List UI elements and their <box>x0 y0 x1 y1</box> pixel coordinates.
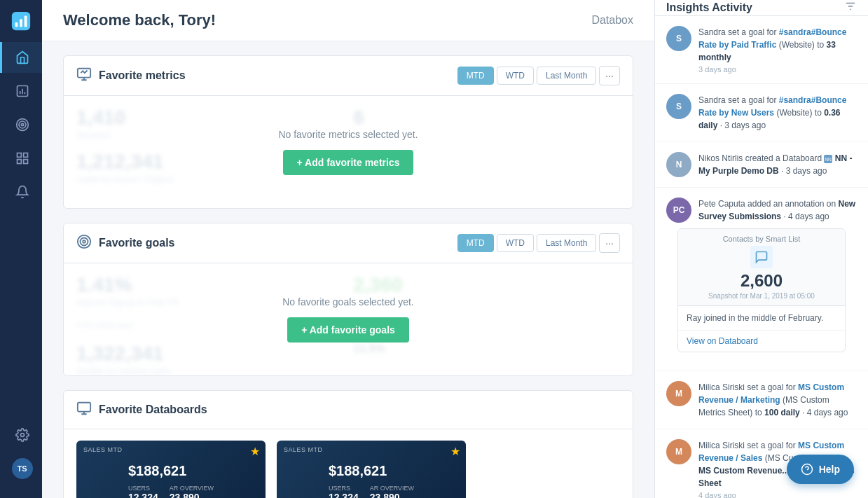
activity-text: Nikos Ntirlis created a Databoard NN NN … <box>698 152 857 177</box>
metrics-empty-state: No favorite metrics selected yet. + Add … <box>64 96 633 208</box>
chart-bar-icon <box>15 84 29 98</box>
annotation-icon <box>750 246 773 268</box>
favorite-goals-section: Favorite goals MTD WTD Last Month ··· 1.… <box>63 223 633 376</box>
svg-rect-12 <box>23 153 27 158</box>
insights-panel-title: Insights Activity <box>666 1 752 14</box>
sidebar-item-dashboard[interactable] <box>0 76 42 106</box>
sidebar-item-alerts[interactable] <box>0 177 42 207</box>
avatar: N <box>666 152 691 177</box>
annotation-metric-name: Contacts by Smart List <box>723 235 801 243</box>
avatar: S <box>666 26 691 51</box>
favorite-databoards-section: Favorite Databoards ★ SALES MTD $188,621… <box>63 390 633 498</box>
annotation-card: Contacts by Smart List 2,600 Snapshot fo… <box>677 228 846 352</box>
goals-section-icon <box>76 234 92 252</box>
sidebar-bottom: TS <box>0 420 42 491</box>
goals-tab-mtd[interactable]: MTD <box>457 234 494 252</box>
target-icon <box>15 118 29 132</box>
home-icon <box>15 50 29 64</box>
insights-panel-header: Insights Activity <box>655 0 868 16</box>
sidebar-item-boards[interactable] <box>0 143 42 174</box>
sidebar-item-goals[interactable] <box>0 109 42 140</box>
goals-empty-text: No favorite goals selected yet. <box>282 296 414 307</box>
svg-rect-14 <box>23 160 27 164</box>
metrics-tab-lastmonth[interactable]: Last Month <box>537 67 596 85</box>
avatar: M <box>666 439 691 464</box>
help-button[interactable]: Help <box>787 455 854 484</box>
goals-time-tabs: MTD WTD Last Month ··· <box>457 233 620 253</box>
goals-empty-state: No favorite goals selected yet. + Add fa… <box>64 263 633 375</box>
user-avatar: TS <box>12 458 33 479</box>
goals-section-body: 1.41%Improve Signup to Paid CR 2,360 0.9… <box>64 263 633 375</box>
svg-rect-11 <box>17 153 21 158</box>
activity-item: S Sandra set a goal for #sandra#Bounce R… <box>655 16 868 84</box>
page-title: Welcome back, Tory! <box>63 11 216 29</box>
databoards-section-header: Favorite Databoards <box>64 391 633 429</box>
activity-item: S Sandra set a goal for #sandra#Bounce R… <box>655 84 868 142</box>
activity-item: M Milica Siriski set a goal for MS Custo… <box>655 371 868 429</box>
grid-icon <box>15 151 29 165</box>
svg-point-10 <box>21 123 23 125</box>
databoards-title-group: Favorite Databoards <box>76 401 207 419</box>
goals-section-header: Favorite goals MTD WTD Last Month ··· <box>64 223 633 263</box>
add-metrics-button[interactable]: + Add favorite metrics <box>283 150 414 175</box>
metrics-tab-wtd[interactable]: WTD <box>497 67 534 85</box>
sidebar-item-home[interactable] <box>0 42 42 73</box>
activity-item: N Nikos Ntirlis created a Databoard NN N… <box>655 142 868 188</box>
metrics-section-body: 1,410Sessions 6 1,212,341Leads by source… <box>64 96 633 208</box>
goals-more-btn[interactable]: ··· <box>599 233 620 253</box>
svg-point-15 <box>20 434 24 437</box>
activity-time: 4 days ago <box>698 491 857 498</box>
sidebar-nav <box>0 42 42 420</box>
metrics-title-group: Favorite metrics <box>76 67 186 85</box>
view-on-databoard-link[interactable]: View on Databoard <box>678 330 845 352</box>
goals-section-title: Favorite goals <box>99 237 174 249</box>
sidebar: TS <box>0 0 42 498</box>
avatar: M <box>666 381 691 406</box>
filter-icon[interactable] <box>844 0 857 15</box>
annotation-header: Contacts by Smart List 2,600 Snapshot fo… <box>678 229 845 306</box>
activity-content: Pete Caputa added an annotation on New S… <box>698 198 857 223</box>
activity-text: Pete Caputa added an annotation on New S… <box>698 198 857 223</box>
activity-content: Milica Siriski set a goal for MS Custom … <box>698 381 857 419</box>
metrics-more-btn[interactable]: ··· <box>599 66 620 85</box>
databoard-star-2: ★ <box>450 445 460 458</box>
activity-content: Nikos Ntirlis created a Databoard NN NN … <box>698 152 857 177</box>
activity-text: Sandra set a goal for #sandra#Bounce Rat… <box>698 26 857 64</box>
metrics-time-tabs: MTD WTD Last Month ··· <box>457 66 620 85</box>
favorite-metrics-section: Favorite metrics MTD WTD Last Month ··· … <box>63 55 633 209</box>
insights-panel: Insights Activity S Sandra set a goal fo… <box>654 0 868 498</box>
svg-rect-1 <box>15 22 18 27</box>
sidebar-item-settings[interactable] <box>0 420 42 450</box>
activity-item: PC Pete Caputa added an annotation on Ne… <box>655 188 868 371</box>
goals-tab-wtd[interactable]: WTD <box>497 234 534 252</box>
help-icon <box>801 463 813 476</box>
svg-rect-13 <box>17 160 21 164</box>
annotation-body: Ray joined in the middle of February. <box>678 306 845 330</box>
activity-content: Sandra set a goal for #sandra#Bounce Rat… <box>698 94 857 132</box>
app-logo[interactable] <box>7 7 35 35</box>
main-header: Welcome back, Tory! Databox <box>42 0 654 41</box>
databoard-card-1[interactable]: ★ SALES MTD $188,621 USERS12,324 AR OVER… <box>76 441 266 498</box>
add-goals-button[interactable]: + Add favorite goals <box>287 317 409 343</box>
sidebar-item-user[interactable]: TS <box>0 453 42 484</box>
avatar: PC <box>666 198 691 223</box>
goals-tab-lastmonth[interactable]: Last Month <box>537 234 596 252</box>
databoards-section-icon <box>76 401 92 419</box>
databoard-card-2[interactable]: ★ SALES MTD $188,621 USERS12,324 AR OVER… <box>277 441 466 498</box>
svg-rect-2 <box>20 19 22 27</box>
avatar: S <box>666 94 691 119</box>
svg-point-20 <box>81 238 88 246</box>
databoard-star-1: ★ <box>250 445 260 458</box>
metrics-tab-mtd[interactable]: MTD <box>457 67 494 85</box>
brand-label: Databox <box>591 14 633 27</box>
annotation-snapshot: Snapshot for Mar 1, 2019 at 05:00 <box>708 292 815 300</box>
databoards-grid: ★ SALES MTD $188,621 USERS12,324 AR OVER… <box>64 429 633 498</box>
databoard-sales-label-2: SALES MTD <box>284 446 323 453</box>
databoards-section-title: Favorite Databoards <box>99 403 207 416</box>
main-wrapper: Welcome back, Tory! Databox Favorite met… <box>42 0 868 498</box>
goals-title-group: Favorite goals <box>76 234 174 252</box>
metrics-section-header: Favorite metrics MTD WTD Last Month ··· <box>64 56 633 96</box>
main-body: Favorite metrics MTD WTD Last Month ··· … <box>42 41 654 498</box>
svg-text:NN: NN <box>825 157 832 162</box>
svg-rect-22 <box>78 403 90 412</box>
